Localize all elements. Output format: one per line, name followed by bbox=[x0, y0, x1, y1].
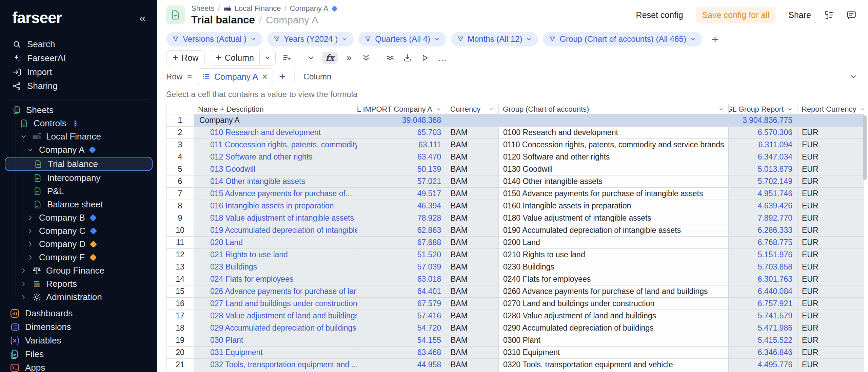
sidebar-item-pl[interactable]: P&L bbox=[0, 185, 157, 198]
add-column-menu-button[interactable] bbox=[259, 50, 275, 65]
add-row-button[interactable]: +Row bbox=[166, 50, 205, 65]
cell-gl-import-value[interactable]: 44.958 bbox=[357, 359, 446, 371]
cell-currency[interactable]: BAM bbox=[446, 188, 499, 200]
cell-gl-import-value[interactable]: 78.928 bbox=[357, 212, 446, 224]
cell-gl-group-report-value[interactable]: 6.440.084 bbox=[729, 285, 797, 298]
cell-name-description[interactable]: 026 Advance payments for purchase of lan… bbox=[194, 285, 357, 298]
filter-chip-years[interactable]: Years (Y2024 ) bbox=[267, 32, 354, 46]
row-number[interactable]: 13 bbox=[166, 261, 194, 273]
cell-name-description[interactable]: 010 Research and development bbox=[194, 127, 357, 139]
cell-group-account[interactable]: 0100 Research and development bbox=[499, 127, 729, 139]
cell-currency[interactable]: BAM bbox=[446, 359, 499, 371]
play-icon[interactable] bbox=[419, 52, 431, 64]
cell-currency[interactable]: BAM bbox=[446, 139, 499, 151]
cell-gl-import-value[interactable]: 67.579 bbox=[357, 298, 446, 310]
cell-currency[interactable]: BAM bbox=[446, 261, 499, 273]
panel-collapse-chevron-icon[interactable] bbox=[849, 72, 858, 81]
row-number[interactable]: 4 bbox=[166, 151, 194, 163]
cell-name-description[interactable]: 019 Accumulated depreciation of intangib… bbox=[194, 224, 357, 237]
cell-gl-import-value[interactable]: 50.139 bbox=[357, 163, 446, 175]
cell-currency[interactable]: BAM bbox=[446, 163, 499, 175]
cell-report-currency[interactable]: EUR bbox=[797, 237, 864, 249]
sidebar-item-import[interactable]: Import bbox=[0, 65, 157, 79]
cell-gl-group-report-value[interactable]: 6.286.333 bbox=[729, 224, 797, 237]
cell-gl-import-value[interactable]: 67.688 bbox=[357, 237, 446, 249]
cell-report-currency[interactable]: EUR bbox=[797, 334, 864, 347]
cell-gl-import-value[interactable]: 65.703 bbox=[357, 127, 446, 139]
cell-name-description[interactable]: 016 Intangible assets in preparation bbox=[194, 200, 357, 212]
sidebar-item-controls[interactable]: Controls bbox=[0, 117, 157, 130]
row-number[interactable]: 8 bbox=[166, 200, 194, 212]
sidebar-item-search[interactable]: Search bbox=[0, 37, 157, 51]
cell-gl-group-report-value[interactable]: 5.702.149 bbox=[729, 175, 797, 188]
add-filter-button[interactable]: + bbox=[710, 33, 721, 45]
cell-gl-import-value[interactable]: 64.401 bbox=[357, 285, 446, 298]
cell-gl-group-report-value[interactable]: 6.768.775 bbox=[729, 237, 797, 249]
cell-gl-import-value[interactable]: 51.520 bbox=[357, 249, 446, 261]
cell-gl-group-report-value[interactable]: 6.301.763 bbox=[729, 273, 797, 285]
row-number[interactable]: 21 bbox=[166, 359, 194, 371]
row-dimension-chip[interactable]: Company A × bbox=[197, 68, 273, 85]
add-column-button[interactable]: +Column bbox=[210, 50, 276, 66]
vertical-scrollbar-thumb[interactable] bbox=[863, 115, 867, 180]
column-header-name-description[interactable]: Name + Description bbox=[194, 104, 357, 114]
sidebar-collapse-icon[interactable]: « bbox=[139, 12, 146, 23]
more-options-icon[interactable]: … bbox=[436, 52, 448, 64]
row-number[interactable]: 16 bbox=[166, 298, 194, 310]
cell-name-description[interactable]: 030 Plant bbox=[194, 334, 357, 347]
breadcrumb-sheets[interactable]: Sheets bbox=[191, 4, 215, 13]
row-number[interactable]: 20 bbox=[166, 347, 194, 359]
cell-report-currency[interactable]: EUR bbox=[797, 139, 864, 151]
cell-currency[interactable]: BAM bbox=[446, 127, 499, 139]
column-header-gl-group-report[interactable]: GL Group Report bbox=[729, 104, 797, 114]
cell-group-account[interactable]: 0120 Software and other rights bbox=[499, 151, 729, 163]
cell-currency[interactable]: BAM bbox=[446, 322, 499, 334]
cell-group-account[interactable] bbox=[499, 114, 729, 127]
cell-report-currency[interactable]: EUR bbox=[797, 249, 864, 261]
cell-group-account[interactable]: 0160 Intangible assets in preparation bbox=[499, 200, 729, 212]
cell-gl-group-report-value[interactable]: 5.741.579 bbox=[729, 310, 797, 322]
sidebar-item-company-c[interactable]: Company C bbox=[0, 224, 157, 238]
cell-group-account[interactable]: 0140 Other intangible assets bbox=[499, 175, 729, 188]
cell-currency[interactable]: BAM bbox=[446, 224, 499, 237]
sidebar-item-company-e[interactable]: Company E bbox=[0, 251, 157, 264]
row-number[interactable]: 15 bbox=[166, 285, 194, 298]
cell-gl-import-value[interactable]: 62.863 bbox=[357, 224, 446, 237]
cell-name-description[interactable]: 012 Software and other rights bbox=[194, 151, 357, 163]
cell-report-currency[interactable]: EUR bbox=[797, 163, 864, 175]
cell-report-currency[interactable]: EUR bbox=[797, 322, 864, 334]
cell-report-currency[interactable]: EUR bbox=[797, 285, 864, 298]
cell-report-currency[interactable] bbox=[797, 114, 864, 127]
filter-chip-quarters[interactable]: Quarters (All 4) bbox=[358, 32, 446, 46]
cell-name-description[interactable]: 014 Other intangible assets bbox=[194, 175, 357, 188]
cell-gl-group-report-value[interactable]: 6.346.846 bbox=[729, 347, 797, 359]
sidebar-item-group-finance[interactable]: Group Finance bbox=[0, 264, 157, 277]
row-number[interactable]: 3 bbox=[166, 139, 194, 151]
cell-group-account[interactable]: 0270 Land and buildings under constructi… bbox=[499, 298, 729, 310]
cell-currency[interactable]: BAM bbox=[446, 298, 499, 310]
sidebar-item-apps[interactable]: Apps bbox=[0, 361, 157, 372]
cell-name-description[interactable]: 023 Buildings bbox=[194, 261, 357, 273]
column-header-group-chart-of-accounts[interactable]: Group (Chart of accounts) bbox=[499, 104, 729, 114]
share-button[interactable]: Share bbox=[788, 8, 812, 22]
row-number[interactable]: 12 bbox=[166, 249, 194, 261]
cell-gl-group-report-value[interactable]: 4.495.776 bbox=[729, 359, 797, 371]
row-number[interactable]: 17 bbox=[166, 310, 194, 322]
cell-gl-group-report-value[interactable]: 6.311.094 bbox=[729, 139, 797, 151]
cell-gl-import-value[interactable]: 54.720 bbox=[357, 322, 446, 334]
cell-report-currency[interactable]: EUR bbox=[797, 212, 864, 224]
cell-gl-group-report-value[interactable]: 5.703.858 bbox=[729, 261, 797, 273]
filter-chip-months[interactable]: Months (All 12) bbox=[451, 32, 538, 46]
row-number[interactable]: 7 bbox=[166, 188, 194, 200]
wave-icon[interactable] bbox=[384, 52, 396, 64]
cell-report-currency[interactable]: EUR bbox=[797, 224, 864, 237]
cell-currency[interactable]: BAM bbox=[446, 285, 499, 298]
breadcrumb-local-finance[interactable]: Local Finance bbox=[235, 4, 281, 13]
cell-group-account[interactable]: 0310 Equipment bbox=[499, 347, 729, 359]
cell-report-currency[interactable]: EUR bbox=[797, 298, 864, 310]
sidebar-item-balance-sheet[interactable]: Balance sheet bbox=[0, 198, 157, 211]
sidebar-item-company-d[interactable]: Company D bbox=[0, 238, 157, 251]
cell-gl-group-report-value[interactable]: 5.151.976 bbox=[729, 249, 797, 261]
cell-report-currency[interactable]: EUR bbox=[797, 273, 864, 285]
row-number[interactable]: 14 bbox=[166, 273, 194, 285]
